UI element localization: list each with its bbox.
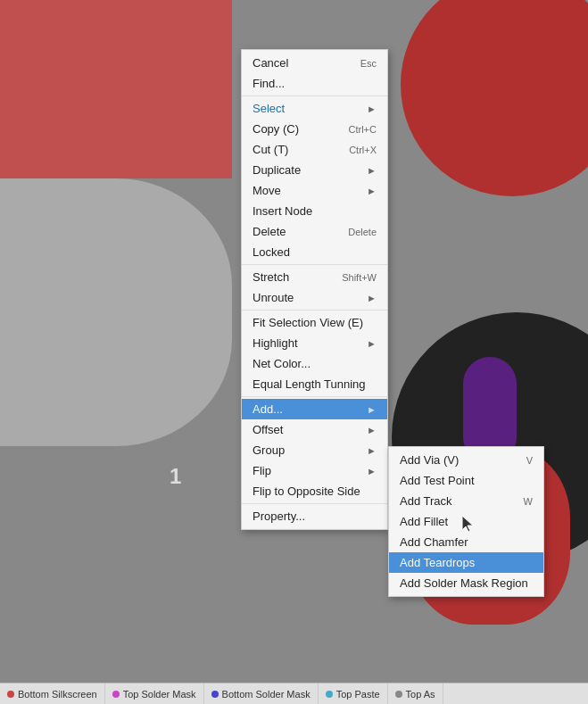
menu-item-copy[interactable]: Copy (C) Ctrl+C [242, 119, 387, 139]
group-arrow-icon: ► [367, 445, 377, 456]
menu-item-stretch-label: Stretch [253, 270, 289, 284]
context-menu: Cancel Esc Find... Select ► Copy (C) Ctr… [241, 49, 388, 530]
status-item-bottom-silkscreen[interactable]: Bottom Silkscreen [0, 683, 105, 704]
separator-2 [242, 264, 387, 265]
menu-item-net-color[interactable]: Net Color... [242, 353, 387, 374]
submenu-item-add-track-shortcut: W [524, 496, 533, 507]
bg-decoration-2 [0, 0, 232, 178]
menu-item-delete[interactable]: Delete Delete [242, 221, 387, 242]
menu-item-duplicate-label: Duplicate [253, 163, 301, 177]
menu-item-fit-selection[interactable]: Fit Selection View (E) [242, 312, 387, 333]
menu-item-duplicate[interactable]: Duplicate ► [242, 160, 387, 180]
menu-item-select-label: Select [253, 102, 285, 115]
submenu-item-add-via[interactable]: Add Via (V) V [389, 450, 543, 470]
status-item-bottom-solder-mask[interactable]: Bottom Solder Mask [204, 683, 319, 704]
add-arrow-icon: ► [367, 404, 377, 415]
status-item-top-paste[interactable]: Top Paste [319, 683, 388, 704]
menu-item-fit-selection-label: Fit Selection View (E) [253, 316, 363, 329]
unroute-arrow-icon: ► [367, 293, 377, 303]
separator-1 [242, 95, 387, 96]
menu-item-move-label: Move [253, 184, 281, 197]
submenu-item-add-track[interactable]: Add Track W [389, 491, 543, 511]
menu-item-flip-label: Flip [253, 464, 271, 477]
bg-decoration-5 [401, 0, 588, 196]
menu-item-select[interactable]: Select ► [242, 98, 387, 119]
menu-item-cut-label: Cut (T) [253, 143, 288, 156]
canvas-number-label: 1 [170, 464, 181, 489]
menu-item-unroute-label: Unroute [253, 291, 294, 304]
cursor-pointer [460, 514, 476, 530]
submenu-item-add-teardrops[interactable]: Add Teardrops [389, 552, 543, 573]
menu-item-flip[interactable]: Flip ► [242, 460, 387, 481]
status-label-top-as: Top As [406, 689, 435, 700]
move-arrow-icon: ► [367, 186, 377, 196]
menu-item-cut[interactable]: Cut (T) Ctrl+X [242, 139, 387, 160]
menu-item-add-label: Add... [253, 402, 283, 416]
menu-item-equal-length-label: Equal Length Tunning [253, 377, 366, 391]
menu-item-property[interactable]: Property... [242, 506, 387, 526]
menu-item-flip-opposite[interactable]: Flip to Opposite Side [242, 481, 387, 501]
submenu-item-add-chamfer-label: Add Chamfer [400, 535, 468, 549]
menu-item-find-label: Find... [253, 77, 285, 90]
separator-3 [242, 310, 387, 311]
menu-item-group-label: Group [253, 443, 285, 457]
menu-item-find[interactable]: Find... [242, 73, 387, 94]
submenu-item-add-chamfer[interactable]: Add Chamfer [389, 532, 543, 552]
duplicate-arrow-icon: ► [367, 165, 377, 176]
status-dot-top-solder-mask [112, 691, 120, 698]
separator-4 [242, 396, 387, 397]
menu-item-property-label: Property... [253, 509, 305, 523]
menu-item-insert-node[interactable]: Insert Node [242, 201, 387, 221]
menu-item-net-color-label: Net Color... [253, 357, 311, 370]
offset-arrow-icon: ► [367, 425, 377, 435]
submenu-item-add-via-label: Add Via (V) [400, 453, 459, 467]
highlight-arrow-icon: ► [367, 338, 377, 349]
menu-item-cancel[interactable]: Cancel Esc [242, 53, 387, 73]
menu-item-delete-shortcut: Delete [348, 227, 377, 237]
menu-item-add[interactable]: Add... ► [242, 399, 387, 419]
select-arrow-icon: ► [367, 104, 377, 114]
submenu-item-add-teardrops-label: Add Teardrops [400, 556, 475, 569]
status-label-top-solder-mask: Top Solder Mask [123, 689, 196, 700]
status-item-top-solder-mask[interactable]: Top Solder Mask [105, 683, 204, 704]
submenu-item-add-test-point[interactable]: Add Test Point [389, 470, 543, 491]
submenu-item-add-test-point-label: Add Test Point [400, 474, 475, 487]
menu-item-copy-label: Copy (C) [253, 122, 299, 136]
bg-decoration-4 [0, 178, 232, 446]
menu-item-copy-shortcut: Ctrl+C [349, 124, 377, 135]
menu-item-stretch-shortcut: Shift+W [342, 272, 377, 283]
menu-item-highlight-label: Highlight [253, 336, 298, 350]
menu-item-offset[interactable]: Offset ► [242, 419, 387, 440]
status-bar: Bottom Silkscreen Top Solder Mask Bottom… [0, 683, 588, 704]
status-label-bottom-silkscreen: Bottom Silkscreen [18, 689, 97, 700]
svg-marker-0 [462, 516, 473, 532]
menu-item-delete-label: Delete [253, 225, 286, 238]
menu-item-unroute[interactable]: Unroute ► [242, 287, 387, 308]
submenu-item-add-fillet-label: Add Fillet [400, 515, 448, 528]
status-item-top-as[interactable]: Top As [388, 683, 443, 704]
menu-item-insert-node-label: Insert Node [253, 204, 312, 218]
menu-item-offset-label: Offset [253, 423, 283, 436]
menu-item-equal-length[interactable]: Equal Length Tunning [242, 374, 387, 394]
submenu-item-add-via-shortcut: V [526, 455, 533, 466]
menu-item-highlight[interactable]: Highlight ► [242, 333, 387, 353]
status-dot-bottom-silkscreen [7, 691, 14, 698]
submenu-item-add-track-label: Add Track [400, 494, 452, 508]
status-label-bottom-solder-mask: Bottom Solder Mask [222, 689, 311, 700]
menu-item-locked[interactable]: Locked [242, 242, 387, 262]
menu-item-stretch[interactable]: Stretch Shift+W [242, 267, 387, 287]
status-dot-bottom-solder-mask [211, 691, 219, 698]
submenu-item-add-solder-mask-label: Add Solder Mask Region [400, 576, 528, 590]
menu-item-group[interactable]: Group ► [242, 440, 387, 460]
menu-item-cancel-label: Cancel [253, 56, 288, 70]
status-dot-top-paste [326, 691, 333, 698]
submenu-item-add-solder-mask[interactable]: Add Solder Mask Region [389, 573, 543, 593]
menu-item-flip-opposite-label: Flip to Opposite Side [253, 485, 360, 498]
menu-item-cancel-shortcut: Esc [360, 58, 377, 69]
separator-5 [242, 503, 387, 504]
status-label-top-paste: Top Paste [336, 689, 380, 700]
flip-arrow-icon: ► [367, 466, 377, 476]
menu-item-cut-shortcut: Ctrl+X [349, 145, 377, 155]
menu-item-move[interactable]: Move ► [242, 180, 387, 201]
menu-item-locked-label: Locked [253, 245, 290, 259]
